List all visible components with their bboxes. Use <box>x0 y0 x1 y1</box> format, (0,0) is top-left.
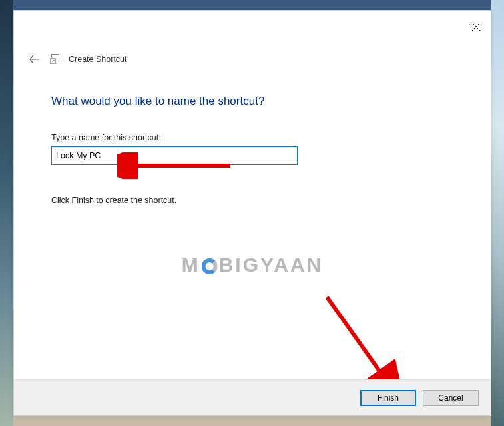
create-shortcut-dialog: Create Shortcut What would you like to n… <box>13 10 491 416</box>
content-area: What would you like to name the shortcut… <box>51 95 453 205</box>
watermark: MBIGYAAN <box>182 254 324 276</box>
finish-button[interactable]: Finish <box>360 390 416 406</box>
watermark-prefix: M <box>182 254 200 276</box>
question-heading: What would you like to name the shortcut… <box>51 95 453 108</box>
bg-right <box>491 0 504 426</box>
instruction-text: Click Finish to create the shortcut. <box>51 196 453 205</box>
shortcut-name-input[interactable] <box>51 146 298 165</box>
back-arrow-icon <box>29 55 40 64</box>
watermark-suffix: BIGYAAN <box>219 254 324 276</box>
annotation-arrow-finish <box>320 290 400 390</box>
svg-line-3 <box>327 297 383 377</box>
watermark-o-icon <box>202 258 218 274</box>
dialog-title: Create Shortcut <box>69 55 127 64</box>
back-button[interactable] <box>29 53 41 65</box>
close-icon <box>472 23 480 31</box>
close-button[interactable] <box>469 20 483 33</box>
shortcut-icon <box>50 54 59 65</box>
titlebar <box>14 11 491 51</box>
header-row: Create Shortcut <box>29 53 127 65</box>
bg-left <box>0 0 13 426</box>
cancel-button[interactable]: Cancel <box>423 390 479 406</box>
dialog-footer: Finish Cancel <box>14 379 491 415</box>
input-label: Type a name for this shortcut: <box>51 133 453 142</box>
